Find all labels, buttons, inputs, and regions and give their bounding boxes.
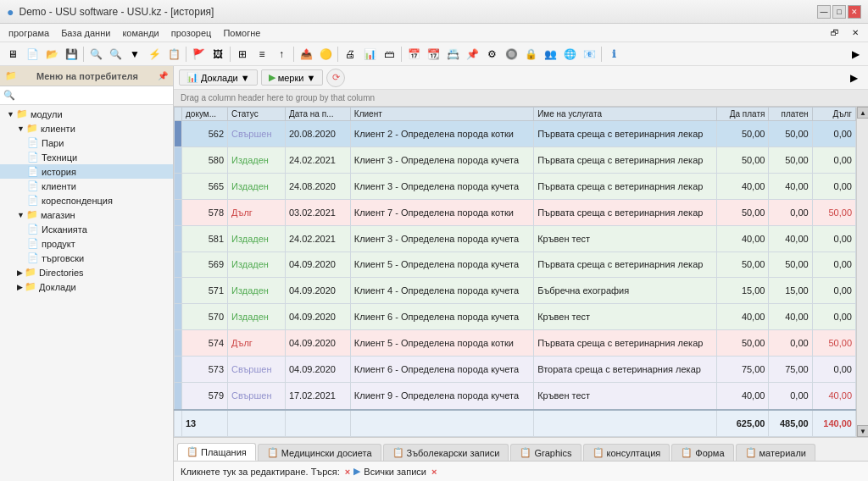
tree-item-klienti[interactable]: 📄 клиенти [0,179,173,193]
cell-docnum: 573 [182,357,228,383]
toolbar-btn-18[interactable]: 📊 [360,45,379,64]
scrollbar[interactable]: ▲ ▼ [856,107,868,437]
col-status[interactable]: Статус [228,108,286,121]
toolbar-btn-16[interactable]: 🟡 [316,45,335,64]
cell-paid: 0,00 [769,330,812,357]
tab-материали[interactable]: 📋материали [736,444,815,461]
tree-item-tehnici[interactable]: 📄 Техници [0,150,173,164]
toolbar-btn-4[interactable]: 💾 [62,45,81,64]
scroll-up-btn[interactable]: ▲ [857,107,868,119]
doc-icon: 📄 [27,224,39,235]
menu-prozorec[interactable]: прозорец [166,26,217,40]
table-row[interactable]: 580 Издаден 24.02.2021 Клиент 3 - Опреде… [175,147,856,173]
reports-button[interactable]: 📊 Доклади ▼ [179,69,258,86]
table-row[interactable]: 578 Дълг 03.02.2021 Клиент 7 - Определен… [175,199,856,225]
measures-button[interactable]: ▶ мерки ▼ [261,69,324,86]
toolbar-btn-11[interactable]: 🖼 [209,45,227,64]
menu-baza[interactable]: База данни [56,26,115,40]
col-service[interactable]: Име на услугата [534,108,717,121]
table-row[interactable]: 579 Свършен 17.02.2021 Клиент 9 - Опреде… [175,383,856,410]
toolbar-btn-21[interactable]: 📆 [424,45,442,64]
tree-item-magazin[interactable]: ▼ 📁 магазин [0,207,173,222]
table-row[interactable]: 573 Свършен 04.09.2020 Клиент 6 - Опреде… [175,357,856,383]
table-row[interactable]: 570 Издаден 04.09.2020 Клиент 6 - Опреде… [175,304,856,330]
toolbar-btn-25[interactable]: 🔘 [502,45,520,64]
col-paid[interactable]: платен [769,108,812,121]
toolbar-btn-28[interactable]: 🌐 [560,45,579,64]
toolbar-btn-13[interactable]: ≡ [253,45,271,64]
table-row[interactable]: 574 Дълг 04.09.2020 Клиент 5 - Определен… [175,330,856,357]
maximize-button[interactable]: □ [832,5,846,19]
menu-programa[interactable]: програма [3,26,54,40]
tree-item-moduli[interactable]: ▼ 📁 модули [0,107,173,121]
tree-item-directories[interactable]: ▶ 📁 Directories [0,265,173,279]
menu-komandi[interactable]: команди [117,26,164,40]
tree-item-korespondencia[interactable]: 📄 кореспонденция [0,193,173,207]
table-row[interactable]: 565 Издаден 24.08.2020 Клиент 3 - Опреде… [175,173,856,199]
row-marker [175,252,182,278]
table-row[interactable]: 571 Издаден 04.09.2020 Клиент 4 - Опреде… [175,278,856,304]
close-sub-icon[interactable]: ✕ [846,24,865,42]
tree-item-produkt[interactable]: 📄 продукт [0,236,173,251]
toolbar-btn-14[interactable]: ↑ [272,45,291,64]
toolbar-btn-23[interactable]: 📌 [463,45,481,64]
filter-clear-icon[interactable]: × [345,467,350,477]
toolbar-btn-8[interactable]: ⚡ [145,45,164,64]
tab-консултация[interactable]: 📋консултация [583,444,670,461]
filter-all-records: Всички записи [364,467,426,477]
tree-item-pari[interactable]: 📄 Пари [0,135,173,150]
toolbar-btn-10[interactable]: 🚩 [189,45,208,64]
tab-graphics[interactable]: 📋Graphics [510,444,581,461]
filter-all-clear-icon[interactable]: × [431,467,437,477]
tab-зъболекарски-записи[interactable]: 📋Зъболекарски записи [383,444,509,461]
close-button[interactable]: ✕ [848,5,861,19]
toolbar-btn-15[interactable]: 📤 [297,45,315,64]
tree-item-targovski[interactable]: 📄 търговски [0,251,173,265]
col-due[interactable]: Да платя [717,108,769,121]
table-row[interactable]: 581 Издаден 24.02.2021 Клиент 3 - Опреде… [175,225,856,252]
tab-форма[interactable]: 📋Форма [671,444,733,461]
col-docnum[interactable]: докум... [182,108,228,121]
panel-pin-icon[interactable]: 📌 [158,71,168,80]
minimize-button[interactable]: — [817,5,831,19]
table-row[interactable]: 569 Издаден 04.09.2020 Клиент 5 - Опреде… [175,252,856,278]
toolbar-btn-info[interactable]: ℹ [604,45,623,64]
search-input[interactable] [19,91,170,101]
toolbar-nav-btn[interactable]: ▶ [846,45,865,64]
toolbar-btn-7[interactable]: ▼ [125,45,144,64]
toolbar-btn-29[interactable]: 📧 [580,45,598,64]
total-empty2 [285,410,350,437]
table-wrapper[interactable]: докум... Статус Дата на п... Клиент Име … [174,107,868,437]
refresh-button[interactable]: ⟳ [326,69,345,87]
toolbar-btn-20[interactable]: 📅 [404,45,423,64]
restore-icon[interactable]: 🗗 [826,24,844,42]
scroll-down-btn[interactable]: ▼ [857,425,868,437]
toolbar-btn-1[interactable]: 🖥 [3,45,22,64]
toolbar-btn-9[interactable]: 📋 [164,45,183,64]
toolbar-btn-6[interactable]: 🔍 [106,45,125,64]
table-row[interactable]: 562 Свършен 20.08.2020 Клиент 2 - Опреде… [175,121,856,147]
col-debt[interactable]: Дълг [812,108,855,121]
tree-item-dokladi[interactable]: ▶ 📁 Доклади [0,279,173,294]
toolbar-btn-12[interactable]: ⊞ [233,45,252,64]
tree-item-historia[interactable]: 📄 история [0,164,173,179]
toolbar-btn-5[interactable]: 🔍 [86,45,105,64]
tab-медицински-досиета[interactable]: 📋Медицински досиета [258,444,381,461]
sec-nav-btn[interactable]: ▶ [844,69,863,87]
total-empty4 [534,410,717,437]
col-client[interactable]: Клиент [350,108,533,121]
col-date[interactable]: Дата на п... [285,108,350,121]
cell-docnum: 579 [182,383,228,410]
toolbar-btn-19[interactable]: 🗃 [380,45,398,64]
menu-pomogne[interactable]: Помогне [218,26,265,40]
toolbar-btn-2[interactable]: 📄 [23,45,42,64]
tree-item-iskaniyata[interactable]: 📄 Исканията [0,222,173,236]
tab-плащания[interactable]: 📋Плащания [177,443,256,461]
toolbar-btn-17[interactable]: 🖨 [341,45,359,64]
toolbar-btn-3[interactable]: 📂 [42,45,61,64]
toolbar-btn-26[interactable]: 🔒 [521,45,540,64]
toolbar-btn-22[interactable]: 📇 [443,45,462,64]
tree-item-klienti-parent[interactable]: ▼ 📁 клиенти [0,121,173,135]
toolbar-btn-24[interactable]: ⚙ [482,45,501,64]
toolbar-btn-27[interactable]: 👥 [541,45,559,64]
